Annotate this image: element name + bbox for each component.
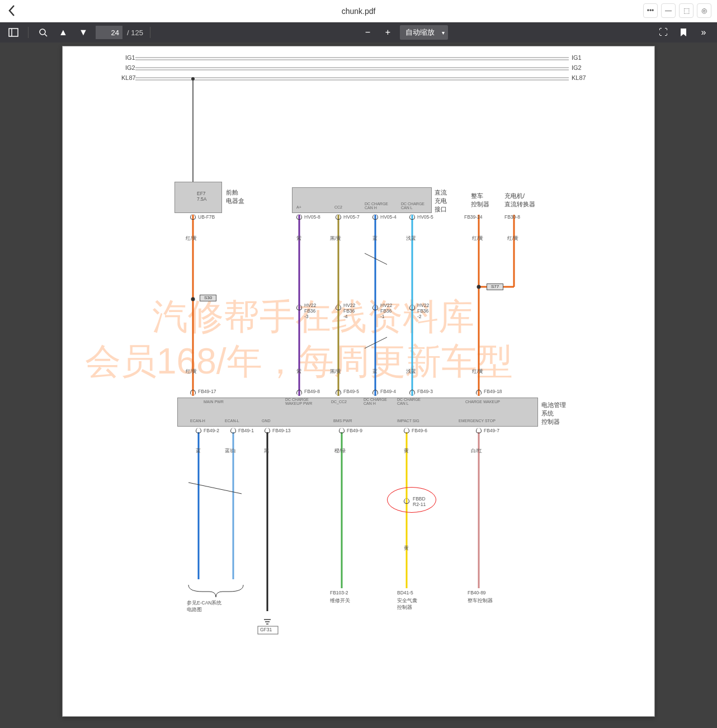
sidebar-toggle-icon[interactable] <box>6 25 21 40</box>
conn-fb49-5-sym <box>336 390 341 395</box>
bms-name: 电池管理 系统 控制器 <box>541 401 566 426</box>
ref-repair-sw: 维修开关 <box>330 598 350 604</box>
splice-s30: S30 <box>200 295 216 301</box>
wire-yellow: 黄 <box>404 448 409 455</box>
prev-page-icon[interactable]: ▲ <box>55 25 71 40</box>
bus-ig2-right: IG2 <box>572 64 582 71</box>
more-button[interactable]: ••• <box>643 3 658 18</box>
wire-blue-2: 蓝 <box>372 368 378 375</box>
back-button[interactable] <box>8 4 16 19</box>
wire-whtred: 白/红 <box>471 448 482 455</box>
conn-hv22-1: HV22 FB36 -1 <box>380 302 392 319</box>
conn-fb49-1: FB49-1 <box>238 428 254 433</box>
fuse-label: EF7 7.5A <box>197 191 207 202</box>
minimize-button[interactable]: — <box>661 3 676 18</box>
conn-fb49-18-sym <box>476 390 482 395</box>
conn-fb49-3-sym <box>409 390 415 395</box>
conn-fb49-7: FB49-7 <box>484 428 499 433</box>
wire-ltblue-1: 浅蓝 <box>406 235 416 242</box>
svg-rect-0 <box>9 29 18 36</box>
conn-fb49-4: FB49-4 <box>380 389 396 394</box>
dcport-name: 直流 充电 接口 <box>435 188 447 214</box>
conn-fb103-2: FB103-2 <box>330 590 348 595</box>
wire-ltblue-2: 浅蓝 <box>406 368 416 375</box>
bus-ig1-left: IG1 <box>125 54 135 61</box>
bms-ecanl: ECAN-L <box>225 419 239 423</box>
bms-canl: DC CHARGE CAN L <box>397 398 421 405</box>
wire-bluewht: 蓝/白 <box>225 448 236 455</box>
conn-fb49-8-sym <box>296 390 302 395</box>
bus-ig2-left: IG2 <box>125 64 135 71</box>
bms-main-pwr: MAIN PWR <box>204 400 224 404</box>
conn-fb49-4-sym <box>372 390 378 395</box>
window-title: chunk.pdf <box>342 7 376 16</box>
wire-ry-2: 红/黄 <box>472 235 483 242</box>
zoom-in-button[interactable]: + <box>380 25 395 40</box>
wire-purple-2: 紫 <box>296 368 301 375</box>
conn-hv05-4: HV05-4 <box>380 214 397 220</box>
bms-dc-wakeup: DC CHARGE WAKEUP PWR <box>285 398 312 405</box>
svg-point-34 <box>477 285 481 289</box>
next-page-icon[interactable]: ▼ <box>76 25 91 40</box>
conn-hv05-5-sym <box>409 214 415 220</box>
zoom-out-button[interactable]: − <box>360 25 375 40</box>
svg-line-3 <box>45 34 47 36</box>
ref-ecan: 参见E-CAN系统 电路图 <box>187 600 221 613</box>
more-tools-icon[interactable]: » <box>696 25 711 40</box>
wire-blue-3: 蓝 <box>196 448 201 455</box>
splice-s77: S77 <box>487 283 503 290</box>
vcu-top-label: 整车 控制器 <box>471 192 489 209</box>
pdf-viewport[interactable]: 汽修帮手在线资料库 会员168/年，每周更新车型 <box>0 42 717 728</box>
conn-hv05-8: HV05-8 <box>304 214 320 220</box>
charger-label: 充电机/ 直流转换器 <box>504 192 535 209</box>
wire-black: 黑 <box>264 448 269 455</box>
conn-hv05-5: HV05-5 <box>417 214 433 220</box>
conn-fb39-24: FB39-24 <box>464 214 483 220</box>
wire-by-1: 黑/黄 <box>330 235 341 242</box>
bms-estop: EMERGENCY STOP <box>459 419 496 423</box>
conn-hv22-2-sym <box>409 305 415 310</box>
page-total: / 125 <box>127 29 143 37</box>
ref-vcu: 整车控制器 <box>468 598 493 604</box>
dcport-canl: DC CHARGE CAN L <box>401 202 424 210</box>
fullscreen-icon[interactable]: ⛶ <box>655 25 671 40</box>
bookmark-icon[interactable] <box>676 25 691 40</box>
wire-ry-3: 红/黄 <box>507 235 518 242</box>
wire-blue-1: 蓝 <box>372 235 378 242</box>
conn-fb49-7-sym <box>476 428 482 433</box>
titlebar: chunk.pdf ••• — ⬚ ◎ <box>0 0 717 22</box>
conn-ub-f7b: UB-F7B <box>198 214 215 220</box>
bms-canh: DC CHARGE CAN H <box>364 398 387 405</box>
conn-hv22-1-sym <box>372 305 378 310</box>
svg-point-2 <box>40 29 45 35</box>
annotation-circle <box>387 487 436 513</box>
search-icon[interactable] <box>35 25 51 40</box>
wire-ry-5: 红/黄 <box>472 368 483 375</box>
zoom-select[interactable]: 自动缩放 <box>400 25 448 40</box>
conn-fb49-13: FB49-13 <box>272 428 291 433</box>
page-input[interactable] <box>96 26 122 39</box>
bus-kl87-right: KL87 <box>572 74 586 81</box>
wire-purple-1: 紫 <box>296 235 301 242</box>
conn-fb49-2: FB49-2 <box>204 428 219 433</box>
dcport-aplus: A+ <box>296 205 301 209</box>
conn-hv05-7-sym <box>336 214 341 220</box>
conn-hv05-8-sym <box>296 214 302 220</box>
conn-fb49-18: FB49-18 <box>484 389 502 394</box>
conn-fb49-6: FB49-6 <box>412 428 427 433</box>
conn-hv05-7: HV05-7 <box>343 214 360 220</box>
conn-fb49-9: FB49-9 <box>347 428 362 433</box>
conn-fb30-8: FB30-8 <box>504 214 520 220</box>
conn-ub-f7b-sym <box>190 214 196 220</box>
conn-fb49-5: FB49-5 <box>343 389 359 394</box>
maximize-button[interactable]: ⬚ <box>679 3 694 18</box>
conn-fb49-1-sym <box>230 428 236 433</box>
pdf-toolbar: ▲ ▼ / 125 − + 自动缩放 ⛶ » <box>0 22 717 42</box>
svg-point-33 <box>191 297 195 301</box>
bus-ig1-right: IG1 <box>572 54 582 61</box>
bms-bmspwr: BMS PWR <box>333 419 352 423</box>
conn-fb49-13-sym <box>265 428 270 433</box>
conn-fb40-89: FB40-89 <box>468 590 486 595</box>
fusebox-name: 前舱 电器盒 <box>226 188 244 205</box>
target-button[interactable]: ◎ <box>697 3 711 18</box>
